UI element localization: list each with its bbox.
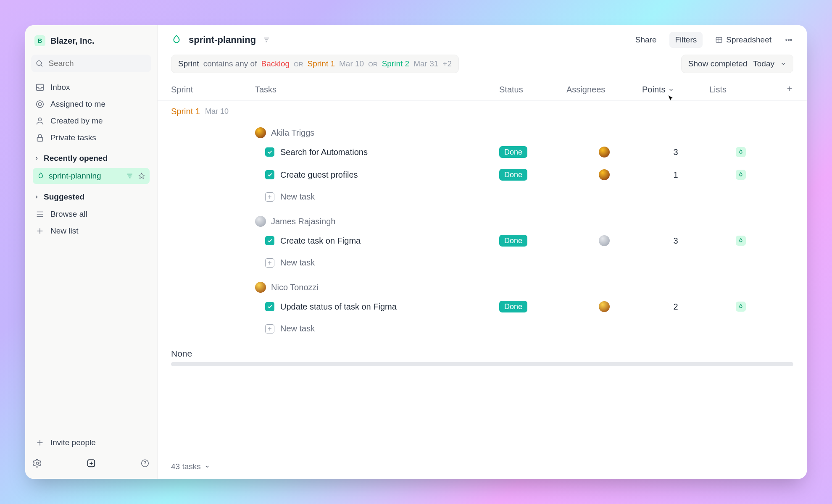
sidebar-list-sprint-planning[interactable]: sprint-planning — [33, 168, 150, 184]
new-task-button[interactable]: +New task — [171, 318, 793, 339]
add-column-button[interactable] — [786, 85, 793, 94]
task-title: Search for Automations — [280, 147, 368, 157]
svg-rect-1 — [37, 84, 44, 91]
nav-label: Created by me — [50, 116, 103, 126]
horizontal-scrollbar[interactable] — [171, 362, 793, 366]
plus-icon: + — [265, 258, 274, 268]
checkbox[interactable] — [265, 147, 274, 157]
status-badge[interactable]: Done — [499, 235, 527, 247]
table-icon — [715, 36, 723, 44]
avatar[interactable] — [599, 147, 610, 158]
nav-label: Invite people — [50, 438, 96, 447]
svg-point-6 — [36, 462, 39, 465]
assignee-group[interactable]: Nico Tonozzi — [255, 282, 793, 293]
points-value[interactable]: 2 — [642, 302, 709, 312]
task-row[interactable]: Create task on FigmaDone3 — [171, 229, 793, 252]
none-group[interactable]: None — [171, 339, 793, 362]
column-headers: Sprint Tasks Status Assignees Points Lis… — [158, 79, 807, 101]
col-lists[interactable]: Lists — [709, 85, 772, 94]
org-name: Blazer, Inc. — [50, 36, 95, 46]
task-row[interactable]: Search for AutomationsDone3 — [171, 141, 793, 163]
list-badge-icon[interactable] — [736, 170, 746, 180]
task-row[interactable]: Create guest profilesDone1 — [171, 163, 793, 186]
spreadsheet-button[interactable]: Spreadsheet — [709, 32, 777, 48]
org-initial: B — [34, 35, 45, 46]
nav-invite[interactable]: Invite people — [31, 434, 151, 451]
nav-private[interactable]: Private tasks — [31, 129, 151, 146]
nav-created[interactable]: Created by me — [31, 113, 151, 129]
nav-recent[interactable]: Recently opened — [31, 150, 151, 167]
col-assignees[interactable]: Assignees — [566, 85, 642, 94]
new-task-label: New task — [280, 258, 315, 268]
filter-icon[interactable] — [263, 36, 270, 44]
list-badge-icon[interactable] — [736, 236, 746, 246]
points-value[interactable]: 1 — [642, 170, 709, 180]
sprint-label: Sprint 1 — [171, 107, 200, 116]
nav-inbox[interactable]: Inbox — [31, 79, 151, 96]
assignee-name: Akila Triggs — [271, 128, 314, 138]
nav-assigned[interactable]: Assigned to me — [31, 96, 151, 113]
filter-field: Sprint — [178, 59, 199, 68]
status-badge[interactable]: Done — [499, 169, 527, 181]
checkbox[interactable] — [265, 302, 274, 311]
new-task-icon[interactable] — [87, 459, 96, 468]
filter-value-s2: Sprint 2 — [382, 59, 409, 68]
col-points-label: Points — [642, 85, 666, 94]
cursor-icon — [667, 95, 674, 102]
plus-icon — [35, 438, 45, 447]
avatar[interactable] — [599, 169, 610, 180]
sprint-date: Mar 10 — [205, 107, 229, 116]
nav-browse[interactable]: Browse all — [31, 206, 151, 223]
task-count[interactable]: 43 tasks — [171, 462, 201, 471]
star-icon[interactable] — [138, 172, 145, 180]
svg-point-10 — [786, 39, 787, 41]
caret-right-icon — [34, 155, 39, 161]
gear-icon[interactable] — [33, 459, 42, 468]
today-select[interactable]: Today — [753, 59, 774, 68]
checkbox[interactable] — [265, 170, 274, 179]
svg-point-2 — [37, 101, 44, 108]
org-switcher[interactable]: B Blazer, Inc. — [31, 33, 151, 49]
nav-newlist[interactable]: New list — [31, 223, 151, 239]
new-task-label: New task — [280, 324, 315, 333]
points-value[interactable]: 3 — [642, 236, 709, 246]
assignee-group[interactable]: James Rajasingh — [255, 216, 793, 227]
list-title[interactable]: sprint-planning — [189, 34, 256, 45]
checkbox[interactable] — [265, 236, 274, 245]
list-icon — [35, 210, 45, 219]
list-badge-icon[interactable] — [736, 147, 746, 157]
more-icon[interactable] — [784, 35, 793, 45]
points-value[interactable]: 3 — [642, 147, 709, 157]
nav-suggested[interactable]: Suggested — [31, 188, 151, 206]
col-sprint[interactable]: Sprint — [171, 85, 255, 94]
filter-or: OR — [368, 60, 378, 68]
task-row[interactable]: Update status of task on FigmaDone2 — [171, 295, 793, 318]
search-box[interactable] — [31, 55, 151, 72]
chevron-down-icon — [780, 61, 786, 67]
col-tasks[interactable]: Tasks — [255, 85, 499, 94]
filters-button[interactable]: Filters — [669, 32, 703, 48]
search-input[interactable] — [48, 59, 147, 68]
list-badge-icon[interactable] — [736, 302, 746, 312]
avatar[interactable] — [599, 235, 610, 246]
filter-chip[interactable]: Sprint contains any of Backlog OR Sprint… — [171, 55, 459, 73]
help-icon[interactable] — [140, 459, 150, 468]
nav-section-label: Recently opened — [44, 154, 108, 163]
new-task-button[interactable]: +New task — [171, 186, 793, 207]
plus-icon — [786, 85, 793, 92]
nav-section-label: Suggested — [44, 192, 84, 202]
filter-more: +2 — [442, 59, 452, 68]
assignee-group[interactable]: Akila Triggs — [255, 127, 793, 138]
svg-rect-9 — [716, 37, 722, 42]
show-completed-toggle[interactable]: Show completed Today — [681, 55, 793, 73]
nav-label: Private tasks — [50, 133, 96, 142]
share-button[interactable]: Share — [629, 32, 663, 48]
svg-point-12 — [790, 39, 792, 41]
new-task-button[interactable]: +New task — [171, 252, 793, 273]
avatar[interactable] — [599, 301, 610, 312]
col-status[interactable]: Status — [499, 85, 566, 94]
status-badge[interactable]: Done — [499, 301, 527, 312]
sprint-group-header[interactable]: Sprint 1 Mar 10 — [171, 101, 793, 119]
col-points[interactable]: Points — [642, 85, 709, 94]
status-badge[interactable]: Done — [499, 146, 527, 158]
